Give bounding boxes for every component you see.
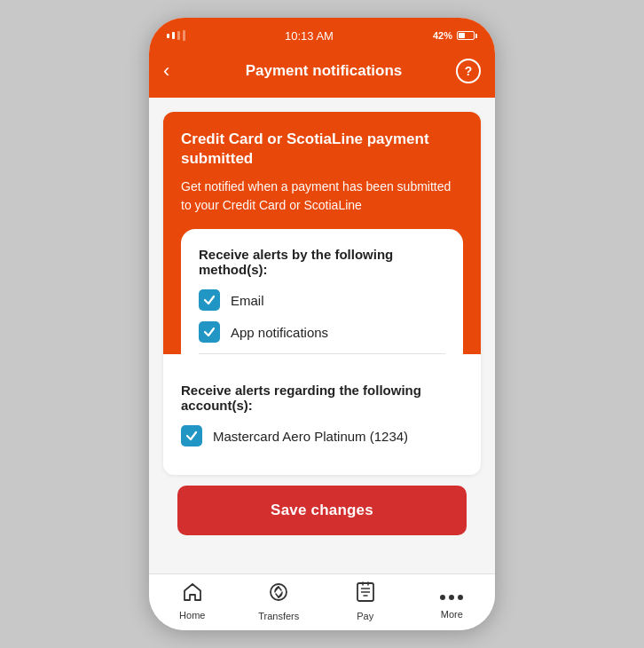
status-bar: 10:13 AM 42%	[149, 18, 495, 50]
battery-icon	[457, 31, 477, 40]
email-label: Email	[231, 293, 264, 308]
help-button[interactable]: ?	[456, 59, 481, 83]
mastercard-checkbox-row: Mastercard Aero Platinum (1234)	[181, 425, 463, 446]
email-checkbox[interactable]	[199, 289, 220, 311]
home-icon	[182, 582, 203, 607]
check-icon	[203, 294, 216, 306]
signal-bar-4	[183, 30, 185, 41]
save-button-container: Save changes	[163, 486, 481, 542]
card-description: Get notified when a payment has been sub…	[181, 178, 463, 215]
save-changes-button[interactable]: Save changes	[177, 486, 467, 535]
app-notifications-checkbox[interactable]	[199, 321, 220, 343]
card-title: Credit Card or ScotiaLine payment submit…	[181, 130, 463, 169]
back-button[interactable]: ‹	[163, 59, 192, 83]
signal-bar-1	[167, 34, 169, 38]
nav-more[interactable]: More	[425, 583, 478, 620]
app-notifications-checkbox-row: App notifications	[199, 321, 445, 343]
alert-methods-label: Receive alerts by the following method(s…	[199, 247, 445, 277]
svg-point-4	[440, 595, 445, 600]
main-content: Credit Card or ScotiaLine payment submit…	[149, 98, 495, 573]
accounts-label: Receive alerts regarding the following a…	[181, 383, 463, 413]
more-label: More	[441, 609, 463, 620]
page-header: ‹ Payment notifications ?	[149, 50, 495, 98]
mastercard-checkbox[interactable]	[181, 425, 202, 446]
mastercard-label: Mastercard Aero Platinum (1234)	[213, 429, 408, 444]
signal-bar-3	[177, 31, 180, 40]
nav-transfers[interactable]: Transfers	[252, 581, 305, 621]
home-label: Home	[179, 610, 205, 620]
signal-bar-2	[172, 32, 175, 39]
app-notifications-label: App notifications	[231, 325, 328, 340]
accounts-section: Receive alerts regarding the following a…	[163, 368, 481, 475]
bottom-navigation: Home Transfers	[149, 573, 495, 630]
status-right: 42%	[433, 30, 477, 41]
transfers-icon	[268, 581, 289, 608]
pay-icon	[356, 581, 375, 608]
pay-label: Pay	[357, 611, 373, 621]
more-icon	[439, 583, 464, 606]
divider-1	[199, 353, 445, 354]
svg-point-5	[449, 595, 454, 600]
check-icon	[185, 430, 198, 442]
battery-percent: 42%	[433, 30, 452, 41]
email-checkbox-row: Email	[199, 289, 445, 311]
svg-point-6	[458, 595, 463, 600]
nav-home[interactable]: Home	[166, 582, 219, 620]
transfers-label: Transfers	[258, 611, 299, 621]
check-icon	[203, 326, 216, 338]
phone-frame: 10:13 AM 42% ‹ Payment notifications ? C…	[149, 18, 495, 630]
card-body-bump: Receive alerts by the following method(s…	[181, 229, 463, 354]
card-header: Credit Card or ScotiaLine payment submit…	[163, 112, 481, 354]
status-time: 10:13 AM	[285, 29, 334, 43]
nav-pay[interactable]: Pay	[339, 581, 392, 621]
notification-card: Credit Card or ScotiaLine payment submit…	[163, 112, 481, 475]
page-title: Payment notifications	[192, 62, 456, 80]
signal-indicator	[167, 30, 185, 41]
